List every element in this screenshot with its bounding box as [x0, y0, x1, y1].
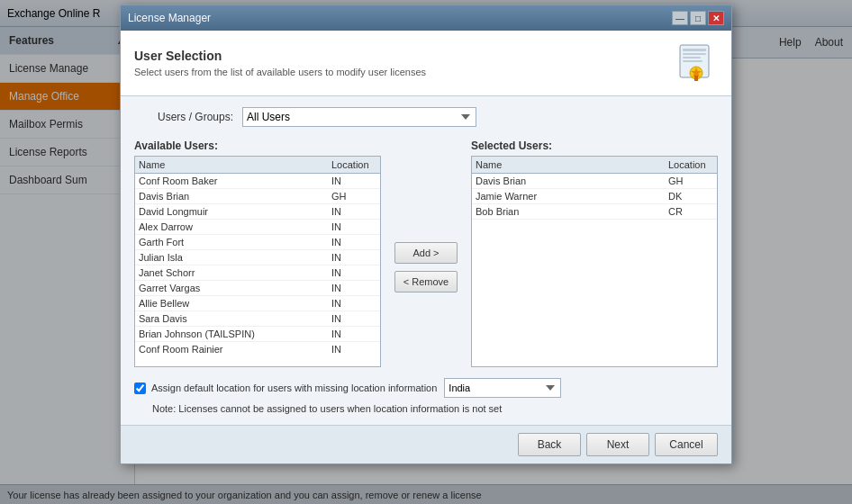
list-item[interactable]: Alex Darrow IN	[135, 220, 380, 235]
remove-button[interactable]: < Remove	[394, 271, 458, 292]
list-item[interactable]: David Longmuir IN	[135, 204, 380, 220]
modal-titlebar: License Manager — □ ✕	[121, 5, 731, 31]
modal-section-description: Select users from the list of available …	[134, 67, 426, 77]
assign-label: Assign default location for users with m…	[151, 382, 437, 393]
selected-location-header: Location	[668, 159, 713, 170]
assign-location-select[interactable]: India United States United Kingdom	[444, 378, 561, 398]
user-location: IN	[331, 328, 376, 339]
cancel-button[interactable]: Cancel	[655, 433, 718, 456]
svg-rect-3	[683, 57, 701, 58]
user-name: Allie Bellew	[139, 298, 331, 309]
user-location: IN	[331, 221, 376, 232]
list-item[interactable]: Allie Bellew IN	[135, 296, 380, 311]
modal-section-title: User Selection	[134, 49, 426, 63]
user-name: Conf Room Baker	[139, 176, 331, 186]
close-icon: ✕	[712, 14, 720, 23]
svg-rect-7	[694, 76, 698, 81]
users-groups-label: Users / Groups:	[134, 111, 233, 123]
user-location: IN	[331, 313, 376, 324]
assign-checkbox[interactable]	[134, 382, 146, 394]
modal-body: Users / Groups: All Users Groups Specifi…	[121, 96, 731, 425]
selected-users-header: Name Location	[472, 157, 717, 174]
assign-row: Assign default location for users with m…	[134, 378, 718, 398]
user-name: Davis Brian	[476, 176, 668, 186]
list-item[interactable]: Conf Room Rainier IN	[135, 342, 380, 354]
selected-users-title: Selected Users:	[471, 140, 718, 152]
user-location: IN	[331, 237, 376, 248]
user-name: Jamie Warner	[476, 191, 668, 202]
user-name: Garret Vargas	[139, 283, 331, 293]
selected-users-list-container[interactable]: Name Location Davis Brian GH Jamie Warne…	[471, 156, 718, 367]
maximize-icon: □	[695, 14, 701, 23]
user-location: CR	[668, 206, 713, 217]
list-item[interactable]: Jamie Warner DK	[472, 189, 717, 204]
user-name: Sara Davis	[139, 313, 331, 324]
users-columns: Available Users: Name Location Conf Room…	[134, 140, 718, 367]
user-location: IN	[331, 283, 376, 293]
svg-rect-2	[683, 53, 706, 55]
user-location: IN	[331, 267, 376, 278]
available-users-scroll[interactable]: Conf Room Baker IN Davis Brian GH David …	[135, 174, 380, 354]
modal-header-icon	[675, 41, 718, 85]
user-location: IN	[331, 176, 376, 186]
available-users-panel: Available Users: Name Location Conf Room…	[134, 140, 381, 367]
note-text: Note: Licenses cannot be assigned to use…	[134, 403, 718, 414]
modal-footer: Back Next Cancel	[121, 425, 731, 464]
user-location: IN	[331, 344, 376, 354]
user-name: Conf Room Rainier	[139, 344, 331, 354]
available-users-title: Available Users:	[134, 140, 381, 152]
user-name: David Longmuir	[139, 206, 331, 217]
list-item[interactable]: Brian Johnson (TAILSPIN) IN	[135, 327, 380, 342]
selected-name-header: Name	[476, 159, 668, 170]
list-item[interactable]: Bob Brian CR	[472, 204, 717, 220]
modal-overlay: License Manager — □ ✕ User Selection Sel…	[0, 0, 852, 504]
available-users-list-container[interactable]: Name Location Conf Room Baker IN Davis B…	[134, 156, 381, 367]
user-name: Julian Isla	[139, 252, 331, 263]
selected-users-panel: Selected Users: Name Location Davis Bria…	[471, 140, 718, 367]
minimize-button[interactable]: —	[672, 11, 688, 25]
user-location: IN	[331, 252, 376, 263]
user-name: Davis Brian	[139, 191, 331, 202]
list-item[interactable]: Janet Schorr IN	[135, 266, 380, 281]
minimize-icon: —	[675, 14, 684, 23]
back-button[interactable]: Back	[518, 433, 581, 456]
selected-users-scroll[interactable]: Davis Brian GH Jamie Warner DK Bob Brian…	[472, 174, 717, 354]
close-button[interactable]: ✕	[708, 11, 724, 25]
users-groups-row: Users / Groups: All Users Groups Specifi…	[134, 107, 718, 127]
next-button[interactable]: Next	[586, 433, 649, 456]
modal-header: User Selection Select users from the lis…	[121, 31, 731, 96]
user-location: GH	[668, 176, 713, 186]
user-name: Bob Brian	[476, 206, 668, 217]
modal-header-text: User Selection Select users from the lis…	[134, 49, 426, 77]
list-item[interactable]: Julian Isla IN	[135, 250, 380, 266]
list-item[interactable]: Conf Room Baker IN	[135, 174, 380, 189]
user-location: IN	[331, 206, 376, 217]
user-name: Alex Darrow	[139, 221, 331, 232]
available-users-header: Name Location	[135, 157, 380, 174]
available-location-header: Location	[331, 159, 376, 170]
certificate-icon	[676, 43, 716, 83]
add-button[interactable]: Add >	[394, 242, 458, 264]
transfer-buttons: Add > < Remove	[390, 140, 462, 367]
user-location: GH	[331, 191, 376, 202]
list-item[interactable]: Davis Brian GH	[135, 189, 380, 204]
user-location: DK	[668, 191, 713, 202]
list-item[interactable]: Garth Fort IN	[135, 235, 380, 250]
users-groups-select[interactable]: All Users Groups Specific Users	[242, 107, 476, 127]
modal-window-controls: — □ ✕	[672, 11, 724, 25]
list-item[interactable]: Davis Brian GH	[472, 174, 717, 189]
user-name: Brian Johnson (TAILSPIN)	[139, 328, 331, 339]
user-name: Garth Fort	[139, 237, 331, 248]
list-item[interactable]: Sara Davis IN	[135, 311, 380, 327]
license-manager-modal: License Manager — □ ✕ User Selection Sel…	[120, 4, 732, 464]
svg-rect-4	[683, 60, 702, 62]
user-location: IN	[331, 298, 376, 309]
list-item[interactable]: Garret Vargas IN	[135, 281, 380, 296]
available-name-header: Name	[139, 159, 331, 170]
maximize-button[interactable]: □	[690, 11, 706, 25]
svg-rect-1	[683, 49, 706, 51]
user-name: Janet Schorr	[139, 267, 331, 278]
modal-title: License Manager	[128, 12, 211, 24]
